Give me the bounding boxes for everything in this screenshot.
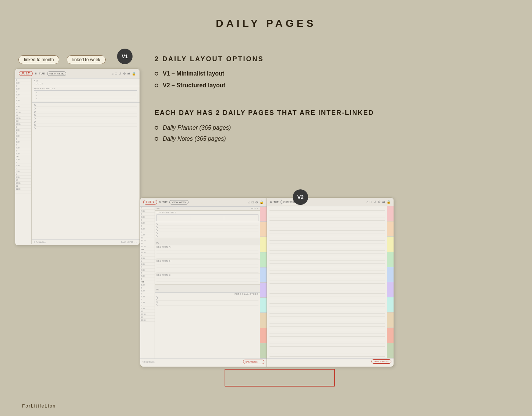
task-row xyxy=(34,104,137,107)
v2-personal-section: PERSONAL/OTHER xyxy=(155,293,260,359)
side-tab-tan xyxy=(260,313,267,328)
task-circle xyxy=(34,121,36,123)
task-row xyxy=(34,123,137,127)
page-title: DAILY PAGES xyxy=(0,0,532,29)
option-v1: V1 – Minimalist layout xyxy=(155,70,510,77)
task-row xyxy=(34,110,137,113)
v1-planner-main: AM FOCUS TOP PRIORITIES 1. 2. 3. xyxy=(32,78,140,244)
linked-to-month-tooltip: linked to month xyxy=(18,55,59,64)
layout-options-title: 2 DAILY LAYOUT OPTIONS xyxy=(155,55,510,63)
v2-left-body: 5 5.30 6 6.30 7 7.30 8 8.30 9 9.30 10 10… xyxy=(140,207,267,359)
v1-day-name: TUE xyxy=(39,72,45,75)
link-icon: ⇄ xyxy=(382,200,385,204)
v1-planner-body: 5 5.30 6 6.30 7 7.30 8 8.30 9 9.30 10 10… xyxy=(15,78,140,244)
task-circle xyxy=(34,111,36,113)
v1-am-label: AM xyxy=(34,80,137,82)
v2-left-main: AM WORK TOP PRIORITIES xyxy=(155,207,260,359)
side-tab-peach-r xyxy=(387,221,394,237)
lock-icon: 🔒 xyxy=(260,200,264,204)
task-row xyxy=(34,107,137,110)
v2-right-footer: DAILY PLAN →→ xyxy=(267,358,394,364)
v2-left-header: JULY 8 TUE VIEW WEEK ⌂ □ ⚙ 🔒 xyxy=(140,198,267,207)
daily-notes-text: Daily Notes (365 pages) xyxy=(163,136,226,142)
v2-left-page: JULY 8 TUE VIEW WEEK ⌂ □ ⚙ 🔒 5 5.30 6 xyxy=(140,197,267,367)
v1-focus-section: AM FOCUS xyxy=(32,78,140,86)
priority-2: 2. xyxy=(35,94,136,97)
v1-planner-footer: © ForLittleLion DAILY NOTES →→ xyxy=(32,240,140,244)
v2-footer-brand: © ForLittleLion xyxy=(142,361,155,363)
task-circle xyxy=(34,108,36,109)
v2-section-c: SECTION C: xyxy=(155,273,260,285)
bullet-circle-v1 xyxy=(155,72,158,76)
v2-right-header: 8 TUE VIEW WEEK ⌂ □ ↺ ⚙ ⇄ 🔒 xyxy=(267,198,394,206)
v2-day-name: TUE xyxy=(162,201,168,203)
v2-work-tasks xyxy=(155,222,260,238)
v1-time-column: 5 5.30 6 6.30 7 7.30 8 8.30 9 9.30 10 10… xyxy=(15,78,32,244)
lock-icon: 🔒 xyxy=(132,72,136,76)
option-v1-text: V1 – Minimalist layout xyxy=(163,70,224,77)
inter-link-indicator xyxy=(225,369,335,387)
side-tab-yellow-r xyxy=(387,237,394,252)
v2-right-lines xyxy=(267,206,387,358)
footer-brand: ForLittleLion xyxy=(22,403,56,409)
side-tab-sage xyxy=(260,343,267,359)
v2-section-b: SECTION B: xyxy=(155,259,260,273)
v1-view-week: VIEW WEEK xyxy=(47,71,66,76)
side-tab-green xyxy=(260,252,267,268)
v1-tasks-section xyxy=(32,103,140,240)
lock-icon: 🔒 xyxy=(387,200,391,204)
bookmark-icon: □ xyxy=(252,200,254,204)
v2-section: V2 JULY 8 TUE VIEW WEEK ⌂ □ ⚙ 🔒 xyxy=(140,197,409,387)
v2-daily-plan-btn: DAILY PLAN →→ xyxy=(371,359,391,364)
side-tab-green-r xyxy=(387,252,394,267)
bullet-circle-notes xyxy=(155,137,158,141)
side-tab-pink xyxy=(260,207,267,222)
v1-priorities-section: TOP PRIORITIES 1. 2. 3. xyxy=(32,86,140,103)
task-circle xyxy=(34,124,36,126)
bookmark-icon: □ xyxy=(370,200,372,204)
v2-day-num: 8 xyxy=(159,201,161,203)
task-row xyxy=(34,120,137,123)
side-tab-pink-r xyxy=(387,206,394,221)
v2-time-column: 5 5.30 6 6.30 7 7.30 8 8.30 9 9.30 10 10… xyxy=(140,207,155,359)
bullet-circle-planner xyxy=(155,126,158,130)
v1-month-badge: JULY xyxy=(19,71,33,76)
each-day-title: EACH DAY HAS 2 DAILY PAGES THAT ARE INTE… xyxy=(155,109,510,117)
v2-badge: V2 xyxy=(293,189,308,205)
side-tab-lavender-r xyxy=(387,282,394,297)
v2-pm-marker: PM xyxy=(155,238,260,245)
priority-1: 1. xyxy=(35,91,136,94)
side-tab-lavender xyxy=(260,283,267,298)
task-circle xyxy=(34,114,36,116)
side-tab-mint-r xyxy=(387,297,394,312)
option-v2: V2 – Structured layout xyxy=(155,82,510,89)
home-icon: ⌂ xyxy=(248,200,250,204)
v1-footer-brand: © ForLittleLion xyxy=(34,241,46,243)
v2-right-day-num: 8 xyxy=(270,201,272,203)
v2-month-badge: JULY xyxy=(143,200,157,204)
v1-focus-label: FOCUS xyxy=(34,83,137,85)
v1-planner-page: JULY 8 TUE VIEW WEEK ⌂ □ ↺ ⚙ ⇄ 🔒 5 5. xyxy=(15,69,140,245)
bullet-circle-v2 xyxy=(155,84,158,87)
side-tab-yellow xyxy=(260,237,267,252)
v2-right-page: 8 TUE VIEW WEEK ⌂ □ ↺ ⚙ ⇄ 🔒 xyxy=(267,197,394,367)
side-tab-sage-r xyxy=(387,343,394,358)
v1-daily-notes-link: DAILY NOTES →→ xyxy=(121,241,137,243)
settings-icon: ⚙ xyxy=(255,200,258,204)
v2-left-footer: © ForLittleLion DAILY NOTES →→ xyxy=(140,359,267,365)
refresh-icon: ↺ xyxy=(119,72,121,76)
side-tab-mint xyxy=(260,298,267,313)
settings-icon: ⚙ xyxy=(123,72,126,76)
v2-right-body xyxy=(267,206,394,358)
v1-day-num: 8 xyxy=(35,72,36,75)
side-tab-salmon-r xyxy=(387,328,394,343)
link-icon: ⇄ xyxy=(127,72,130,76)
v2-right-side-tabs xyxy=(387,206,394,358)
task-circle xyxy=(34,104,36,106)
daily-notes-item: Daily Notes (365 pages) xyxy=(155,136,510,142)
v1-priorities-label: TOP PRIORITIES xyxy=(34,87,137,90)
home-icon: ⌂ xyxy=(366,200,368,204)
v1-planner-header: JULY 8 TUE VIEW WEEK ⌂ □ ↺ ⚙ ⇄ 🔒 xyxy=(15,69,140,78)
bookmark-icon: □ xyxy=(115,72,117,76)
v1-badge: V1 xyxy=(117,49,133,64)
